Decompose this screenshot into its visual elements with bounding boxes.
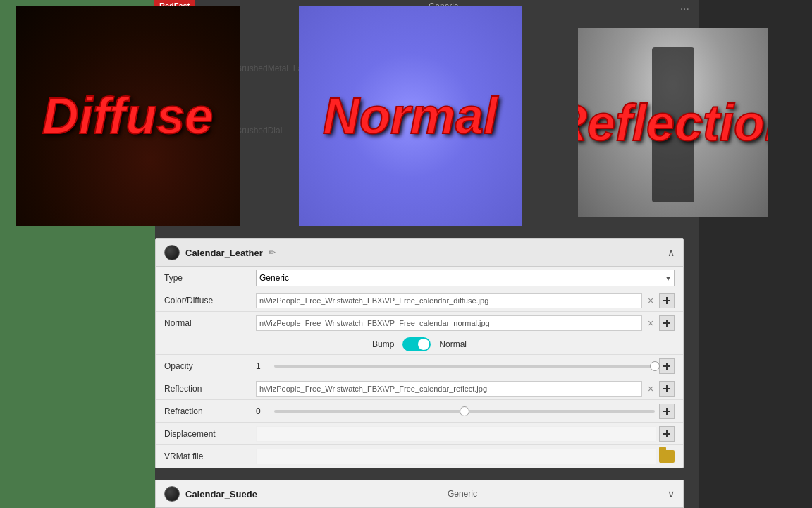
- type-label: Type: [164, 273, 256, 283]
- material-icon: [164, 245, 180, 260]
- displacement-row: Displacement: [156, 423, 683, 445]
- bump-normal-toggle-row: Bump Normal: [156, 334, 683, 355]
- properties-panel: Calendar_Leather ✏ ∧ Type Generic ▼ Colo…: [155, 238, 684, 468]
- normal-path: n\VizPeople_Free_Wristwatch_FBX\VP_Free_…: [256, 315, 642, 331]
- normal-clear-button[interactable]: ×: [645, 318, 656, 329]
- vrmat-label: VRMat file: [164, 452, 256, 461]
- svg-rect-1: [663, 300, 670, 301]
- opacity-label: Opacity: [164, 361, 256, 371]
- color-diffuse-row: Color/Diffuse n\VizPeople_Free_Wristwatc…: [156, 289, 683, 312]
- bottom-material-type: Generic: [448, 489, 477, 499]
- panel-header-left: Calendar_Leather ✏: [164, 245, 276, 260]
- vrmat-value: [256, 449, 675, 464]
- normal-label: Normal: [323, 87, 498, 145]
- opacity-row: Opacity 1: [156, 355, 683, 377]
- displacement-value: [256, 426, 675, 442]
- color-diffuse-value: n\VizPeople_Free_Wristwatch_FBX\VP_Free_…: [256, 293, 675, 308]
- bottom-collapse-icon[interactable]: ∨: [668, 488, 675, 500]
- opacity-slider[interactable]: [274, 365, 655, 368]
- normal-toggle-label: Normal: [439, 339, 467, 349]
- opacity-slider-thumb[interactable]: [650, 361, 660, 371]
- reflection-prop-row: Reflection h\VizPeople_Free_Wristwatch_F…: [156, 377, 683, 400]
- refraction-value-text: 0: [256, 406, 270, 416]
- vrmat-row: VRMat file: [156, 445, 683, 468]
- edit-icon[interactable]: ✏: [269, 248, 276, 258]
- normal-panel: Normal: [299, 6, 522, 226]
- svg-rect-3: [663, 322, 670, 324]
- reflection-prop-label: Reflection: [164, 384, 256, 394]
- svg-rect-5: [663, 365, 670, 367]
- color-diffuse-path: n\VizPeople_Free_Wristwatch_FBX\VP_Free_…: [256, 293, 642, 308]
- svg-rect-11: [663, 433, 670, 435]
- diffuse-panel: Diffuse: [16, 6, 240, 226]
- vrmat-path: [256, 449, 656, 464]
- normal-add-button[interactable]: [659, 315, 675, 331]
- refraction-row: Refraction 0: [156, 400, 683, 423]
- reflection-path: h\VizPeople_Free_Wristwatch_FBX\VP_Free_…: [256, 381, 642, 397]
- svg-rect-7: [663, 388, 670, 389]
- panel-header: Calendar_Leather ✏ ∧: [156, 239, 683, 267]
- refraction-label: Refraction: [164, 406, 256, 416]
- normal-prop-label: Normal: [164, 318, 256, 328]
- refraction-slider-thumb[interactable]: [460, 406, 469, 416]
- material-name: Calendar_Leather: [185, 248, 263, 258]
- opacity-value: 1: [256, 358, 675, 374]
- color-diffuse-clear-button[interactable]: ×: [645, 295, 656, 306]
- normal-value: n\VizPeople_Free_Wristwatch_FBX\VP_Free_…: [256, 315, 675, 331]
- refraction-value: 0: [256, 404, 675, 419]
- svg-rect-9: [663, 411, 670, 412]
- normal-row: Normal n\VizPeople_Free_Wristwatch_FBX\V…: [156, 312, 683, 334]
- reflection-add-button[interactable]: [659, 381, 675, 397]
- color-diffuse-add-button[interactable]: [659, 293, 675, 308]
- type-value: Generic ▼: [256, 270, 675, 286]
- brushed-dial-label: BrushedDial: [236, 126, 282, 135]
- toggle-knob: [418, 339, 429, 350]
- diffuse-label: Diffuse: [42, 87, 214, 145]
- reflection-clear-button[interactable]: ×: [645, 383, 656, 394]
- bottom-material-icon: [164, 486, 180, 502]
- displacement-path: [256, 426, 656, 442]
- bottom-mat-left: Calendar_Suede: [164, 486, 257, 502]
- panel-dots: ···: [677, 0, 692, 18]
- type-select-wrapper[interactable]: Generic ▼: [256, 270, 675, 286]
- vrmat-folder-icon[interactable]: [659, 450, 675, 463]
- bottom-material-row: Calendar_Suede Generic ∨: [155, 480, 684, 508]
- bump-label: Bump: [372, 339, 394, 349]
- refraction-slider[interactable]: [274, 410, 655, 413]
- displacement-label: Displacement: [164, 429, 256, 439]
- displacement-add-button[interactable]: [659, 426, 675, 442]
- reflection-value: h\VizPeople_Free_Wristwatch_FBX\VP_Free_…: [256, 381, 675, 397]
- reflection-panel: Reflection: [578, 28, 768, 217]
- reflection-label: Reflection: [578, 94, 768, 152]
- type-select[interactable]: Generic: [256, 270, 675, 286]
- color-diffuse-label: Color/Diffuse: [164, 296, 256, 306]
- opacity-add-button[interactable]: [659, 358, 675, 374]
- bump-normal-toggle[interactable]: [402, 337, 431, 351]
- bottom-material-name: Calendar_Suede: [185, 489, 257, 500]
- opacity-value-text: 1: [256, 361, 270, 371]
- type-row: Type Generic ▼: [156, 267, 683, 289]
- collapse-icon[interactable]: ∧: [668, 247, 675, 258]
- refraction-add-button[interactable]: [659, 404, 675, 419]
